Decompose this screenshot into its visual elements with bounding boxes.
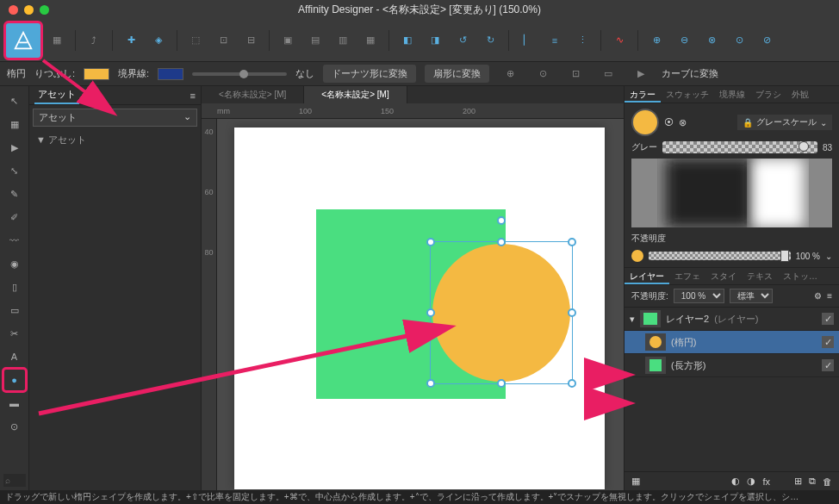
rotate-ccw-icon[interactable]: ↺ [451,28,475,53]
stroke-tab[interactable]: 境界線 [714,86,750,103]
layer-visibility[interactable]: ✓ [822,359,834,371]
select-all-icon[interactable]: ⬚ [183,28,208,53]
layer-group-icon[interactable]: ▦ [631,476,640,487]
op-divide-icon[interactable]: ⊘ [755,28,779,53]
mask-icon[interactable]: ◐ [731,476,740,487]
brush-tool[interactable]: 〰 [3,229,26,252]
eyedropper-icon[interactable]: ⦿ [664,117,674,128]
grey-slider[interactable] [662,141,817,153]
flip-h-icon[interactable]: ◧ [395,28,420,53]
layer-row-rectangle[interactable]: (長方形) ✓ [625,354,839,377]
pencil-tool[interactable]: ✐ [3,206,26,228]
layer-row-ellipse[interactable]: (楕円) ✓ [625,331,839,354]
fx-icon[interactable]: fx [762,476,770,487]
panel-menu-icon[interactable]: ≡ [190,90,196,101]
arrange-backward-icon[interactable]: ▦ [358,28,382,53]
delete-layer-icon[interactable]: 🗑 [823,476,832,487]
assets-tab[interactable]: アセット [34,86,79,104]
fill-swatch[interactable] [84,68,109,80]
convert-curve-button[interactable]: カーブに変換 [662,67,718,80]
ctx-icon-4[interactable]: ▭ [596,62,620,86]
duplicate-icon[interactable]: ⧉ [809,476,816,487]
asset-category-dropdown[interactable]: アセット⌄ [33,109,197,127]
gear-icon[interactable]: ⚙ [814,291,822,301]
textstyles-tab[interactable]: テキス [742,268,778,284]
share-icon[interactable]: ⤴ [82,28,106,53]
handle-mr[interactable] [568,308,576,317]
colorspace-dropdown[interactable]: 🔒 グレースケール ⌄ [737,115,832,130]
handle-tc[interactable] [497,238,506,246]
convert-fan-button[interactable]: 扇形に変換 [425,65,489,83]
stock-tab[interactable]: ストッ… [778,268,823,284]
layer-menu-icon[interactable]: ≡ [827,291,832,301]
document-tab-1[interactable]: <名称未設定> [M] [202,86,304,103]
color-well[interactable] [631,109,659,136]
opacity-slider[interactable] [649,252,791,260]
move-tool[interactable]: ↖ [3,90,26,112]
color-picker-tool[interactable]: ⊙ [3,415,26,438]
brush-tab[interactable]: ブラシ [750,86,786,103]
handle-br[interactable] [568,379,576,388]
arrange-forward-icon[interactable]: ▤ [303,28,327,53]
stroke-swatch[interactable] [158,68,183,80]
boolean-icon[interactable]: ◈ [146,28,171,53]
ellipse-tool[interactable]: ● [3,369,26,391]
arrange-front-icon[interactable]: ▣ [276,28,300,53]
distribute-icon[interactable]: ⋮ [570,28,594,53]
handle-bc[interactable] [497,379,506,388]
op-xor-icon[interactable]: ⊙ [727,28,751,53]
minimize-window[interactable] [24,5,34,15]
flip-v-icon[interactable]: ◨ [423,28,447,53]
pen-tool[interactable]: ✎ [3,183,26,205]
color-tab[interactable]: カラー [625,86,661,103]
effects-tab[interactable]: エフェ [669,268,705,284]
opacity-dropdown-icon[interactable]: ⌄ [825,252,832,261]
rectangle-tool[interactable]: ▬ [3,392,26,414]
transparency-tool[interactable]: ▯ [3,276,26,298]
op-intersect-icon[interactable]: ⊗ [699,28,724,53]
asset-section-header[interactable]: ▼ アセット [29,130,201,150]
ctx-icon-3[interactable]: ⊡ [563,62,587,86]
add-layer-icon[interactable]: ✚ [119,28,143,53]
color-preview[interactable] [631,159,832,227]
styles-tab[interactable]: スタイ [705,268,742,284]
stroke-width-slider[interactable] [192,72,287,76]
handle-bl[interactable] [426,379,435,388]
artboard-tool[interactable]: ▦ [3,113,26,135]
handle-rotate[interactable] [497,216,506,225]
swatch-tab[interactable]: スウォッチ [661,86,714,103]
align-left-icon[interactable]: ▏ [515,28,539,53]
rotate-cw-icon[interactable]: ↻ [478,28,502,53]
handle-ml[interactable] [426,308,435,317]
document-tab-2[interactable]: <名称未設定> [M] [304,86,407,103]
new-layer-icon[interactable]: ⊞ [794,476,802,487]
place-image-tool[interactable]: ▭ [3,299,26,321]
noise-icon[interactable]: ⊗ [679,117,687,128]
node-tool[interactable]: ▶ [3,136,26,159]
layer-row-group[interactable]: ▾ レイヤー2 (レイヤー) ✓ [625,308,839,331]
ctx-icon-1[interactable]: ⊕ [498,62,522,86]
artboard[interactable] [234,128,605,489]
layer-blend-select[interactable]: 標準 [730,289,773,303]
layer-visibility[interactable]: ✓ [822,313,834,325]
chevron-down-icon[interactable]: ▾ [630,314,635,325]
persona-pixel-icon[interactable]: ▦ [45,28,69,53]
tool-search-input[interactable] [3,474,26,487]
convert-donut-button[interactable]: ドーナツ形に変換 [323,65,416,83]
ctx-icon-5[interactable]: ▶ [629,62,653,86]
layer-visibility[interactable]: ✓ [822,336,834,348]
layers-tab[interactable]: レイヤー [625,268,669,284]
app-persona-icon[interactable] [5,22,41,59]
ctx-icon-2[interactable]: ⊙ [531,62,555,86]
crop-tool[interactable]: ✂ [3,322,26,345]
layer-opacity-select[interactable]: 100 % [674,289,724,303]
handle-tr[interactable] [568,238,576,246]
close-window[interactable] [9,5,18,15]
text-tool[interactable]: A [3,345,26,368]
op-subtract-icon[interactable]: ⊖ [672,28,696,53]
select-same-icon[interactable]: ⊡ [211,28,235,53]
appearance-tab[interactable]: 外観 [786,86,814,103]
canvas[interactable] [217,119,624,490]
op-add-icon[interactable]: ⊕ [644,28,668,53]
snap-icon[interactable]: ∿ [607,28,631,53]
